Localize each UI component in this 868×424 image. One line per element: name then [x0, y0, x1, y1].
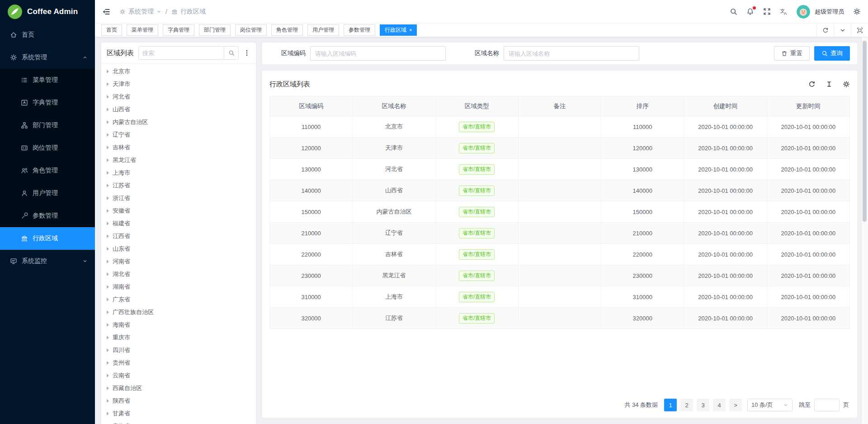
sidebar-item-dict-mgmt[interactable]: 字典管理	[0, 91, 95, 114]
caret-right-icon[interactable]	[107, 171, 109, 175]
table-row[interactable]: 310000 上海市 省市/直辖市 310000 2020-10-01 00:0…	[270, 286, 850, 308]
tree-item[interactable]: 吉林省	[101, 141, 256, 154]
region-name-input[interactable]	[504, 46, 639, 61]
settings-icon[interactable]	[853, 8, 861, 15]
caret-right-icon[interactable]	[107, 361, 109, 365]
caret-right-icon[interactable]	[107, 158, 109, 162]
sidebar-item-dept-mgmt[interactable]: 部门管理	[0, 114, 95, 137]
table-row[interactable]: 320000 江苏省 省市/直辖市 320000 2020-10-01 00:0…	[270, 308, 850, 329]
region-code-input[interactable]	[310, 46, 446, 61]
caret-right-icon[interactable]	[107, 298, 109, 301]
caret-right-icon[interactable]	[107, 70, 109, 73]
caret-right-icon[interactable]	[107, 95, 109, 99]
tab[interactable]: 菜单管理	[127, 24, 158, 36]
table-row[interactable]: 120000 天津市 省市/直辖市 120000 2020-10-01 00:0…	[270, 138, 850, 159]
tree-item[interactable]: 辽宁省	[101, 129, 256, 141]
user-name[interactable]: 超级管理员	[815, 8, 844, 16]
tree-item[interactable]: 海南省	[101, 319, 256, 331]
tab-menu-chevron-icon[interactable]	[834, 24, 851, 37]
sidebar-item-user-mgmt[interactable]: 用户管理	[0, 182, 95, 205]
caret-right-icon[interactable]	[107, 260, 109, 263]
row-density-icon[interactable]	[826, 81, 833, 88]
tree-item[interactable]: 江苏省	[101, 179, 256, 192]
caret-right-icon[interactable]	[107, 196, 109, 200]
page-number-button[interactable]: 1	[664, 399, 677, 411]
tree-search-input[interactable]	[139, 47, 224, 59]
caret-right-icon[interactable]	[107, 386, 109, 390]
sidebar-item-region[interactable]: 行政区域	[0, 227, 95, 250]
sidebar-group-monitor[interactable]: 系统监控	[0, 250, 95, 272]
tree-item[interactable]: 湖南省	[101, 281, 256, 293]
search-button[interactable]: 查询	[814, 46, 850, 61]
refresh-tab-icon[interactable]	[816, 24, 834, 37]
tab[interactable]: 首页	[101, 24, 122, 36]
tree-item[interactable]: 内蒙古自治区	[101, 116, 256, 129]
caret-right-icon[interactable]	[107, 234, 109, 238]
tree-item[interactable]: 陕西省	[101, 395, 256, 407]
tree-item[interactable]: 上海市	[101, 167, 256, 179]
tree-item[interactable]: 广西壮族自治区	[101, 306, 256, 319]
caret-right-icon[interactable]	[107, 412, 109, 415]
table-row[interactable]: 210000 辽宁省 省市/直辖市 210000 2020-10-01 00:0…	[270, 223, 850, 244]
sidebar-item-param-mgmt[interactable]: 参数管理	[0, 205, 95, 227]
jump-page-input[interactable]	[814, 399, 840, 411]
caret-right-icon[interactable]	[107, 310, 109, 314]
caret-right-icon[interactable]	[107, 247, 109, 251]
translate-icon[interactable]	[780, 8, 788, 15]
caret-right-icon[interactable]	[107, 184, 109, 187]
tab[interactable]: 角色管理	[271, 24, 303, 36]
tree-item[interactable]: 西藏自治区	[101, 382, 256, 395]
table-row[interactable]: 230000 黑龙江省 省市/直辖市 230000 2020-10-01 00:…	[270, 265, 850, 286]
caret-right-icon[interactable]	[107, 120, 109, 124]
notification-bell-icon[interactable]	[746, 8, 754, 15]
tree-item[interactable]: 云南省	[101, 369, 256, 382]
caret-right-icon[interactable]	[107, 348, 109, 352]
page-number-button[interactable]: 2	[680, 399, 693, 411]
reset-button[interactable]: 重置	[774, 46, 810, 61]
next-page-button[interactable]: >	[729, 399, 742, 411]
table-row[interactable]: 140000 山西省 省市/直辖市 140000 2020-10-01 00:0…	[270, 180, 850, 201]
tree-item[interactable]: 重庆市	[101, 331, 256, 344]
table-row[interactable]: 130000 河北省 省市/直辖市 130000 2020-10-01 00:0…	[270, 159, 850, 180]
column-settings-icon[interactable]	[843, 81, 850, 88]
tree-item[interactable]: 江西省	[101, 230, 256, 243]
table-row[interactable]: 220000 吉林省 省市/直辖市 220000 2020-10-01 00:0…	[270, 244, 850, 265]
sidebar-item-role-mgmt[interactable]: 角色管理	[0, 159, 95, 182]
tree-item[interactable]: 广东省	[101, 293, 256, 306]
fullscreen-icon[interactable]	[763, 8, 771, 15]
tree-item[interactable]: 山东省	[101, 243, 256, 255]
caret-right-icon[interactable]	[107, 272, 109, 276]
tree-item[interactable]: 山西省	[101, 103, 256, 116]
caret-right-icon[interactable]	[107, 285, 109, 289]
tab[interactable]: 岗位管理	[235, 24, 267, 36]
avatar[interactable]	[797, 5, 810, 19]
caret-right-icon[interactable]	[107, 336, 109, 339]
sidebar-item-home[interactable]: 首页	[0, 24, 95, 46]
close-icon[interactable]: ×	[409, 28, 412, 33]
tree-item[interactable]: 北京市	[101, 65, 256, 78]
page-number-button[interactable]: 4	[713, 399, 726, 411]
tree-item[interactable]: 福建省	[101, 217, 256, 230]
tree-item[interactable]: 贵州省	[101, 357, 256, 369]
tree-item[interactable]: 浙江省	[101, 192, 256, 205]
tab[interactable]: 参数管理	[344, 24, 375, 36]
breadcrumb-parent[interactable]: 系统管理	[119, 8, 161, 16]
tree-item[interactable]: 甘肃省	[101, 407, 256, 420]
tree-item[interactable]: 河南省	[101, 255, 256, 268]
caret-right-icon[interactable]	[107, 146, 109, 149]
caret-right-icon[interactable]	[107, 374, 109, 377]
tab[interactable]: 用户管理	[307, 24, 339, 36]
caret-right-icon[interactable]	[107, 82, 109, 86]
caret-right-icon[interactable]	[107, 209, 109, 213]
search-icon[interactable]	[730, 8, 737, 15]
sidebar-item-post-mgmt[interactable]: 岗位管理	[0, 137, 95, 159]
tree-search-button[interactable]	[224, 47, 238, 59]
tree-item[interactable]: 湖北省	[101, 268, 256, 281]
tree-item[interactable]: 黑龙江省	[101, 154, 256, 167]
caret-right-icon[interactable]	[107, 399, 109, 403]
tree-item[interactable]: 青海省	[101, 420, 256, 424]
tree-item[interactable]: 四川省	[101, 344, 256, 357]
collapse-sidebar-icon[interactable]	[102, 8, 110, 16]
tree-item[interactable]: 河北省	[101, 91, 256, 103]
tree-item[interactable]: 安徽省	[101, 205, 256, 217]
